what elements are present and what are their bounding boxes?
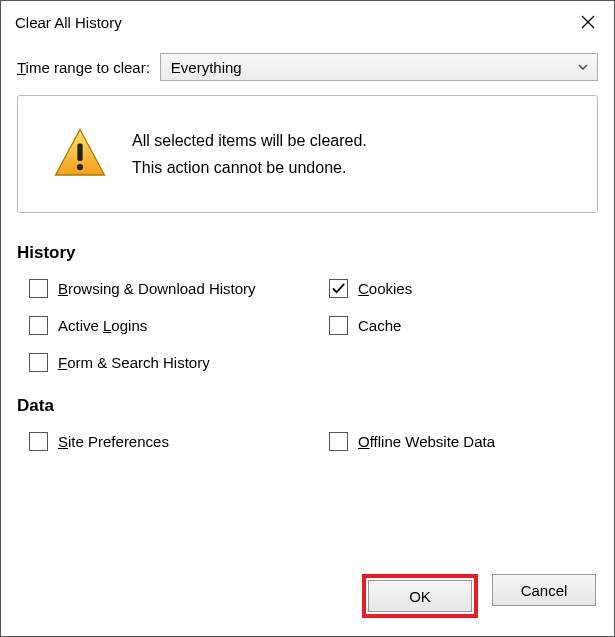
chevron-down-icon bbox=[577, 61, 589, 73]
checkbox-active-logins[interactable] bbox=[29, 316, 48, 335]
warning-line2: This action cannot be undone. bbox=[132, 154, 367, 181]
label-offline-website-data[interactable]: Offline Website Data bbox=[358, 433, 495, 450]
cancel-button[interactable]: Cancel bbox=[492, 574, 596, 606]
warning-line1: All selected items will be cleared. bbox=[132, 127, 367, 154]
label-browsing-history[interactable]: Browsing & Download History bbox=[58, 280, 256, 297]
close-button[interactable] bbox=[562, 1, 614, 43]
time-range-select[interactable]: Everything bbox=[160, 53, 598, 81]
warning-box: All selected items will be cleared. This… bbox=[17, 95, 598, 213]
close-icon bbox=[581, 15, 595, 29]
label-site-preferences[interactable]: Site Preferences bbox=[58, 433, 169, 450]
svg-rect-3 bbox=[77, 144, 82, 162]
checkbox-cookies[interactable] bbox=[329, 279, 348, 298]
checkbox-site-preferences[interactable] bbox=[29, 432, 48, 451]
ok-button[interactable]: OK bbox=[368, 580, 472, 612]
label-cookies[interactable]: Cookies bbox=[358, 280, 412, 297]
time-range-label: Time range to clear: bbox=[17, 59, 150, 76]
warning-icon bbox=[52, 126, 108, 182]
checkbox-form-search-history[interactable] bbox=[29, 353, 48, 372]
section-data-title: Data bbox=[17, 396, 598, 416]
dialog-title: Clear All History bbox=[15, 14, 122, 31]
checkbox-cache[interactable] bbox=[329, 316, 348, 335]
time-range-value: Everything bbox=[171, 59, 242, 76]
section-history-title: History bbox=[17, 243, 598, 263]
ok-highlight: OK bbox=[362, 574, 478, 618]
label-form-search-history[interactable]: Form & Search History bbox=[58, 354, 210, 371]
checkbox-offline-website-data[interactable] bbox=[329, 432, 348, 451]
checkbox-browsing-history[interactable] bbox=[29, 279, 48, 298]
svg-point-4 bbox=[77, 164, 83, 170]
label-active-logins[interactable]: Active Logins bbox=[58, 317, 147, 334]
label-cache[interactable]: Cache bbox=[358, 317, 401, 334]
